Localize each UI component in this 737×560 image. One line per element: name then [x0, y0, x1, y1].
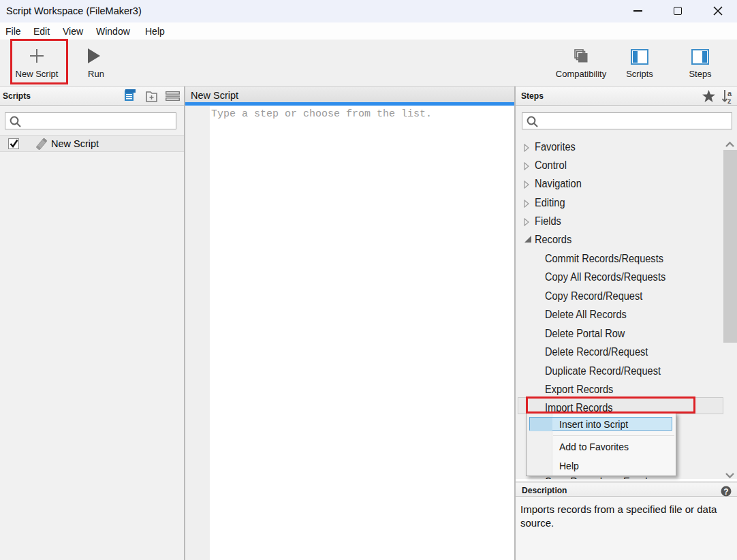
svg-text:z: z — [727, 97, 732, 104]
svg-text:?: ? — [723, 487, 728, 497]
